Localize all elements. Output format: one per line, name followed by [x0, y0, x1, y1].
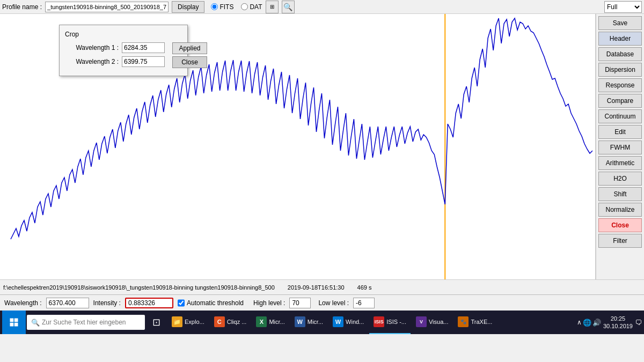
wavelength-value-input[interactable]	[46, 298, 89, 308]
taskbar-app-word[interactable]: W Micr...	[290, 311, 327, 334]
crop-dialog: Crop Wavelength 1 : Wavelength 2 : Appli…	[59, 25, 188, 76]
cliqz-app-icon: C	[214, 316, 225, 327]
grid-icon-button[interactable]: ⊞	[266, 1, 279, 13]
close-button[interactable]: Close	[598, 218, 642, 232]
taskbar-app-cliqz[interactable]: C Cliqz ...	[210, 311, 251, 334]
shift-button[interactable]: Shift	[598, 187, 642, 201]
dat-radio-label[interactable]: DAT	[241, 3, 262, 11]
dat-radio[interactable]	[241, 3, 248, 10]
low-level-input[interactable]	[353, 298, 375, 308]
format-radio-group: FITS DAT	[208, 3, 262, 11]
dispersion-button[interactable]: Dispersion	[598, 63, 642, 77]
visual-app-label: Visua...	[429, 319, 449, 325]
taskbar-right: ∧ 🌐 🔊 20:25 30.10.2019 🗨	[577, 315, 642, 330]
top-toolbar: Profile name : Display FITS DAT ⊞ 🔍 Full	[0, 0, 644, 14]
high-level-input[interactable]	[289, 298, 311, 308]
duration-text: 469 s	[357, 284, 372, 291]
crop-dialog-title: Crop	[65, 31, 182, 38]
chevron-up-icon[interactable]: ∧	[577, 319, 582, 326]
taskbar-app-excel[interactable]: X Micr...	[252, 311, 289, 334]
taskbar-app-isis[interactable]: ISIS ISIS -...	[369, 311, 411, 334]
auto-threshold-label[interactable]: Automatic threshold	[178, 298, 244, 308]
word-app-label: Micr...	[308, 319, 323, 325]
edit-button[interactable]: Edit	[598, 125, 642, 139]
filter-button[interactable]: Filter	[598, 234, 642, 248]
database-button[interactable]: Database	[598, 47, 642, 61]
auto-threshold-checkbox[interactable]	[178, 298, 185, 308]
high-level-label: High level :	[253, 299, 285, 307]
status-bar: Wavelength : Intensity : Automatic thres…	[0, 294, 644, 311]
h2o-button[interactable]: H2O	[598, 172, 642, 186]
svg-rect-2	[10, 319, 14, 322]
taskbar-app-windows[interactable]: W Wind...	[328, 311, 368, 334]
search-icon: 🔍	[31, 319, 40, 327]
save-button[interactable]: Save	[598, 16, 642, 30]
task-view-icon[interactable]: ⊡	[146, 311, 166, 334]
svg-rect-4	[10, 323, 14, 327]
wavelength2-label: Wavelength 2 :	[65, 58, 119, 65]
header-button[interactable]: Header	[598, 32, 642, 46]
volume-icon[interactable]: 🔊	[592, 319, 601, 327]
wavelength1-input[interactable]	[122, 42, 165, 53]
isis-app-label: ISIS -...	[386, 319, 406, 325]
compare-button[interactable]: Compare	[598, 94, 642, 108]
cliqz-app-label: Cliqz ...	[227, 319, 247, 325]
excel-app-icon: X	[256, 316, 267, 327]
time-text: 20:25	[611, 315, 626, 322]
filepath-text: f:\echellespektren2019\190918\siswork190…	[3, 284, 275, 291]
intensity-value-input[interactable]	[125, 298, 173, 308]
taskbar: 🔍 ⊡ 📁 Explo... C Cliqz ... X Micr... W M…	[0, 311, 644, 334]
profile-input[interactable]	[45, 2, 169, 12]
explorer-app-label: Explo...	[185, 319, 204, 325]
applied-button[interactable]: Applied	[172, 42, 207, 54]
excel-app-label: Micr...	[269, 319, 284, 325]
windows-app-icon: W	[333, 316, 343, 327]
explorer-app-icon: 📁	[172, 316, 182, 327]
wavelength-label: Wavelength :	[4, 299, 42, 307]
clock-display[interactable]: 20:25 30.10.2019	[603, 315, 633, 330]
taskbar-search-input[interactable]	[42, 319, 138, 326]
normalize-button[interactable]: Normalize	[598, 203, 642, 217]
datetime-text: 2019-09-18T16:51:30	[288, 284, 345, 291]
fits-radio[interactable]	[211, 3, 218, 10]
zoom-icon-button[interactable]: 🔍	[282, 1, 295, 13]
start-button[interactable]	[2, 311, 26, 334]
windows-logo-icon	[9, 317, 19, 327]
visual-app-icon: V	[416, 316, 427, 327]
profile-label: Profile name :	[2, 3, 42, 11]
isis-app-icon: ISIS	[374, 316, 384, 327]
taskbar-app-traxe[interactable]: 🐾 TraXE...	[453, 311, 496, 334]
fits-radio-label[interactable]: FITS	[211, 3, 233, 11]
full-select[interactable]: Full	[604, 1, 642, 13]
wavelength1-label: Wavelength 1 :	[65, 44, 119, 51]
right-sidebar: Save Header Database Dispersion Response…	[596, 14, 644, 279]
taskbar-app-explorer[interactable]: 📁 Explo...	[167, 311, 209, 334]
traxe-app-icon: 🐾	[458, 316, 469, 327]
info-bar: f:\echellespektren2019\190918\siswork190…	[0, 279, 644, 294]
wavelength2-input[interactable]	[122, 56, 165, 67]
system-tray-icons: ∧ 🌐 🔊	[577, 319, 601, 327]
notification-icon[interactable]: 🗨	[635, 319, 642, 327]
wavelength1-row: Wavelength 1 :	[65, 42, 165, 53]
chart-area: Crop Wavelength 1 : Wavelength 2 : Appli…	[0, 14, 596, 279]
windows-app-label: Wind...	[346, 319, 364, 325]
date-text: 30.10.2019	[603, 322, 633, 330]
low-level-label: Low level :	[318, 299, 349, 307]
traxe-app-label: TraXE...	[471, 319, 492, 325]
crop-close-button[interactable]: Close	[172, 56, 207, 68]
taskbar-app-visual[interactable]: V Visua...	[412, 311, 453, 334]
network-icon[interactable]: 🌐	[583, 319, 591, 327]
main-layout: Crop Wavelength 1 : Wavelength 2 : Appli…	[0, 14, 644, 279]
word-app-icon: W	[295, 316, 305, 327]
intensity-label: Intensity :	[93, 299, 121, 307]
response-button[interactable]: Response	[598, 78, 642, 92]
fwhm-button[interactable]: FWHM	[598, 141, 642, 154]
display-button[interactable]: Display	[172, 1, 204, 13]
wavelength2-row: Wavelength 2 :	[65, 56, 165, 67]
svg-rect-5	[14, 323, 18, 327]
taskbar-search-box[interactable]: 🔍	[27, 315, 145, 330]
crop-buttons: Applied Close	[172, 42, 207, 70]
continuum-button[interactable]: Continuum	[598, 109, 642, 123]
svg-rect-3	[14, 319, 18, 322]
arithmetic-button[interactable]: Arithmetic	[598, 156, 642, 170]
